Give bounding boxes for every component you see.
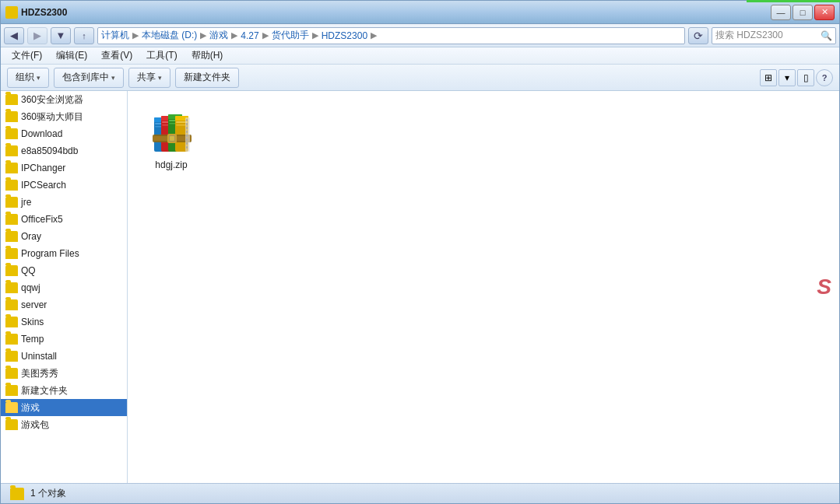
help-button[interactable]: ? <box>816 69 833 86</box>
folder-360driver[interactable]: 360驱动大师目 <box>1 108 127 125</box>
title-bar-controls: — □ ✕ <box>771 5 835 20</box>
folder-e8a[interactable]: e8a85094bdb <box>1 142 127 159</box>
new-folder-label: 新建文件夹 <box>184 71 230 84</box>
window: HDZS2300 — □ ✕ ◀ ▶ ▼ ↑ 计算机 ▶ 本地磁盘 (D:) ▶… <box>0 0 840 504</box>
title-progress-bar <box>747 0 840 2</box>
organize-button[interactable]: 组织 ▾ <box>7 68 49 88</box>
folder-icon <box>5 111 18 122</box>
svg-rect-27 <box>186 138 188 141</box>
folder-qq[interactable]: QQ <box>1 262 127 279</box>
folder-icon <box>5 180 18 191</box>
address-box[interactable]: 计算机 ▶ 本地磁盘 (D:) ▶ 游戏 ▶ 4.27 ▶ 货代助手 ▶ HDZ… <box>97 27 685 44</box>
new-folder-button[interactable]: 新建文件夹 <box>175 68 239 88</box>
folder-ipcsearch[interactable]: IPCSearch <box>1 177 127 194</box>
pane-button[interactable]: ▯ <box>797 69 814 86</box>
organize-label: 组织 <box>16 71 34 84</box>
search-icon: 🔍 <box>821 30 832 41</box>
folder-ipchanger[interactable]: IPChanger <box>1 159 127 177</box>
maximize-button[interactable]: □ <box>793 5 813 20</box>
folder-icon <box>5 94 18 105</box>
folder-temp[interactable]: Temp <box>1 331 127 348</box>
folder-label: 新建文件夹 <box>21 384 68 397</box>
folder-icon <box>5 128 18 139</box>
folder-icon <box>5 248 18 259</box>
folder-icon <box>5 368 18 379</box>
folder-icon <box>5 214 18 225</box>
folder-label: QQ <box>21 265 36 276</box>
menu-tools[interactable]: 工具(T) <box>140 47 183 64</box>
navigation-pane: 360安全浏览器 360驱动大师目 Download e8a85094bdb I… <box>1 91 128 483</box>
up-button[interactable]: ↑ <box>74 27 94 44</box>
svg-rect-15 <box>176 124 186 126</box>
svg-rect-21 <box>185 117 190 152</box>
folder-icon <box>5 145 18 156</box>
folder-icon <box>5 163 18 173</box>
folder-icon <box>5 265 18 276</box>
toolbar: 组织 ▾ 包含到库中 ▾ 共享 ▾ 新建文件夹 ⊞ ▾ ▯ ? <box>1 65 839 91</box>
folder-qqwj[interactable]: qqwj <box>1 279 127 296</box>
folder-label: Oray <box>21 231 41 242</box>
folder-360browser[interactable]: 360安全浏览器 <box>1 91 127 108</box>
folder-uninstall[interactable]: Uninstall <box>1 348 127 365</box>
menu-help[interactable]: 帮助(H) <box>185 47 230 64</box>
breadcrumb-current[interactable]: HDZS2300 <box>322 30 367 41</box>
folder-jre[interactable]: jre <box>1 194 127 211</box>
search-box[interactable]: 搜索 HDZS2300 🔍 <box>712 27 836 44</box>
breadcrumb-427[interactable]: 4.27 <box>241 30 258 41</box>
folder-icon <box>5 299 18 310</box>
folder-server[interactable]: server <box>1 296 127 313</box>
folder-meitu[interactable]: 美图秀秀 <box>1 365 127 382</box>
folder-download[interactable]: Download <box>1 125 127 142</box>
recent-locations-button[interactable]: ▼ <box>51 27 71 44</box>
share-dropdown-icon: ▾ <box>158 74 162 82</box>
breadcrumb-drive[interactable]: 本地磁盘 (D:) <box>142 29 197 42</box>
folder-skins[interactable]: Skins <box>1 313 127 331</box>
folder-icon <box>5 334 18 345</box>
file-hdgj-zip[interactable]: hdgj.zip <box>140 103 202 173</box>
folder-label: IPChanger <box>21 163 65 173</box>
breadcrumb-assistant[interactable]: 货代助手 <box>272 29 309 42</box>
share-label: 共享 <box>137 71 156 84</box>
menu-view[interactable]: 查看(V) <box>95 47 139 64</box>
library-label: 包含到库中 <box>62 71 109 84</box>
folder-icon <box>5 197 18 208</box>
share-button[interactable]: 共享 ▾ <box>128 68 170 88</box>
view-controls: ⊞ ▾ ▯ ? <box>760 69 833 86</box>
folder-label: OfficeFix5 <box>21 214 63 225</box>
library-button[interactable]: 包含到库中 ▾ <box>54 68 124 88</box>
folder-officefix[interactable]: OfficeFix5 <box>1 211 127 228</box>
library-dropdown-icon: ▾ <box>111 74 115 82</box>
folder-icon <box>5 317 18 327</box>
menu-edit[interactable]: 编辑(E) <box>50 47 93 64</box>
minimize-button[interactable]: — <box>771 5 791 20</box>
folder-label: 美图秀秀 <box>21 367 58 380</box>
file-name: hdgj.zip <box>155 159 187 170</box>
menu-file[interactable]: 文件(F) <box>5 47 48 64</box>
svg-rect-25 <box>186 131 188 133</box>
folder-programfiles[interactable]: Program Files <box>1 245 127 262</box>
folder-icon <box>5 385 18 396</box>
refresh-button[interactable]: ⟳ <box>688 27 708 44</box>
svg-rect-26 <box>186 135 188 137</box>
folder-gamepack[interactable]: 游戏包 <box>1 416 127 433</box>
title-bar: HDZS2300 — □ ✕ <box>1 1 839 24</box>
breadcrumb-games[interactable]: 游戏 <box>209 29 228 42</box>
folder-icon <box>5 402 18 413</box>
back-button[interactable]: ◀ <box>4 27 24 44</box>
forward-button[interactable]: ▶ <box>27 27 47 44</box>
view-dropdown-button[interactable]: ▾ <box>778 69 796 86</box>
folder-games[interactable]: 游戏 <box>1 399 127 416</box>
folder-newfolder[interactable]: 新建文件夹 <box>1 382 127 399</box>
folder-label: 360安全浏览器 <box>21 93 83 107</box>
breadcrumb-computer[interactable]: 计算机 <box>101 29 129 42</box>
folder-label: 360驱动大师目 <box>21 110 83 124</box>
folder-oray[interactable]: Oray <box>1 228 127 245</box>
organize-dropdown-icon: ▾ <box>37 74 40 82</box>
svg-rect-20 <box>170 136 174 141</box>
folder-icon <box>5 351 18 362</box>
view-mode-button[interactable]: ⊞ <box>760 69 777 86</box>
close-button[interactable]: ✕ <box>814 5 835 20</box>
svg-rect-22 <box>186 119 188 121</box>
folder-label: jre <box>21 197 31 208</box>
folder-label: Skins <box>21 317 44 327</box>
